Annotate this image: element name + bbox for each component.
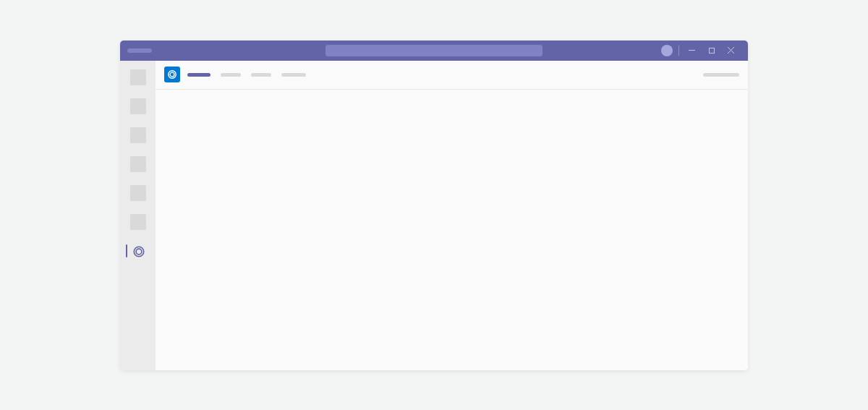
minimize-button[interactable] (682, 40, 702, 61)
main-area (156, 61, 748, 370)
rail-item-3[interactable] (130, 127, 146, 143)
rail-item-4[interactable] (130, 156, 146, 172)
title-bar (120, 40, 748, 61)
rail-item-2[interactable] (130, 98, 146, 114)
rail-item-active[interactable] (120, 243, 156, 260)
minimize-icon (689, 47, 695, 54)
title-divider (678, 46, 679, 56)
tab-bar (156, 61, 748, 90)
app-tile-icon[interactable] (164, 67, 180, 82)
app-window (120, 40, 748, 370)
svg-point-6 (169, 71, 176, 79)
title-brand-placeholder (127, 48, 152, 53)
rail-item-5[interactable] (130, 185, 146, 201)
close-button[interactable] (721, 40, 741, 61)
tab-1[interactable] (187, 73, 210, 77)
rail-item-6[interactable] (130, 214, 146, 230)
swirl-icon (167, 69, 177, 80)
search-input[interactable] (326, 45, 542, 56)
tab-3[interactable] (251, 73, 271, 77)
tab-2[interactable] (221, 73, 241, 77)
title-bar-right (661, 40, 741, 61)
app-rail (120, 61, 156, 370)
content-area (156, 90, 748, 370)
maximize-icon (709, 48, 715, 54)
maximize-button[interactable] (702, 40, 721, 61)
tab-right-action[interactable] (703, 73, 739, 77)
avatar[interactable] (661, 45, 673, 56)
svg-point-5 (136, 249, 142, 255)
close-icon (728, 47, 734, 54)
svg-point-4 (134, 247, 144, 257)
svg-rect-1 (709, 48, 714, 53)
tab-4[interactable] (281, 73, 306, 77)
swirl-icon (132, 245, 145, 258)
rail-item-1[interactable] (130, 69, 146, 85)
app-body (120, 61, 748, 370)
svg-point-7 (170, 72, 174, 77)
